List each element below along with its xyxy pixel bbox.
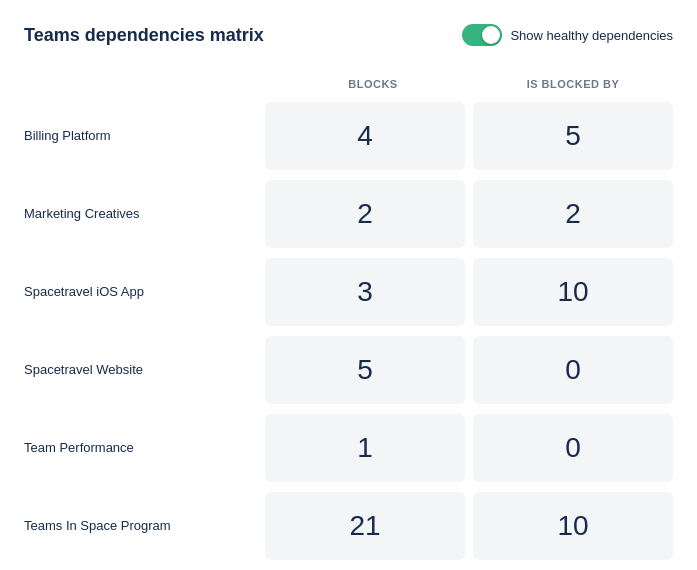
col-header-blocked-by: IS BLOCKED BY [473,74,673,94]
blocks-cell: 4 [265,102,465,170]
table-row: Marketing Creatives22 [24,180,673,248]
blocks-cell: 1 [265,414,465,482]
blocks-cell: 5 [265,336,465,404]
table-row: Teams In Space Program2110 [24,492,673,560]
blocks-cell: 3 [265,258,465,326]
page-header: Teams dependencies matrix Show healthy d… [24,24,673,46]
row-label: Spacetravel iOS App [24,283,257,301]
show-healthy-toggle[interactable] [462,24,502,46]
dependencies-matrix: BLOCKS IS BLOCKED BY Billing Platform45M… [24,74,673,560]
blocks-cell: 2 [265,180,465,248]
row-label: Marketing Creatives [24,205,257,223]
row-label: Teams In Space Program [24,517,257,535]
table-row: Spacetravel iOS App310 [24,258,673,326]
col-header-blocks: BLOCKS [273,74,473,94]
toggle-knob [482,26,500,44]
blocked-by-cell: 0 [473,414,673,482]
blocked-by-cell: 10 [473,258,673,326]
blocked-by-cell: 2 [473,180,673,248]
table-row: Billing Platform45 [24,102,673,170]
blocks-cell: 21 [265,492,465,560]
blocked-by-cell: 5 [473,102,673,170]
row-label: Spacetravel Website [24,361,257,379]
table-row: Spacetravel Website50 [24,336,673,404]
toggle-container: Show healthy dependencies [462,24,673,46]
matrix-header: BLOCKS IS BLOCKED BY [24,74,673,94]
row-label: Team Performance [24,439,257,457]
toggle-label: Show healthy dependencies [510,28,673,43]
row-label: Billing Platform [24,127,257,145]
table-row: Team Performance10 [24,414,673,482]
blocked-by-cell: 10 [473,492,673,560]
blocked-by-cell: 0 [473,336,673,404]
page-title: Teams dependencies matrix [24,25,264,46]
